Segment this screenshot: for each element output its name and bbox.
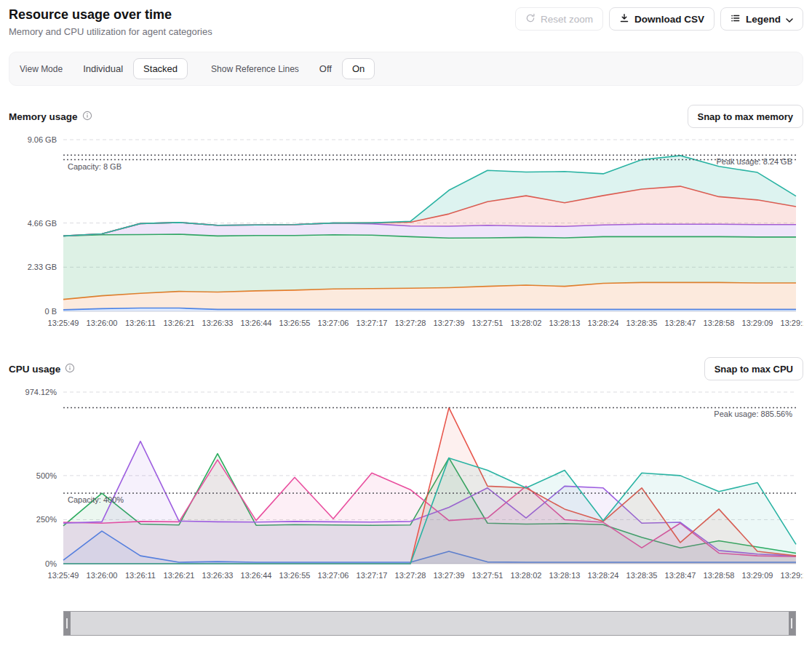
svg-text:13:26:21: 13:26:21 [164,571,195,580]
page-title: Resource usage over time [9,7,212,23]
download-csv-button[interactable]: Download CSV [609,7,715,31]
svg-text:13:28:47: 13:28:47 [665,571,696,580]
svg-text:13:26:33: 13:26:33 [202,571,234,580]
legend-button[interactable]: Legend [720,7,803,31]
svg-text:13:27:17: 13:27:17 [357,319,388,327]
svg-text:0%: 0% [45,559,57,568]
svg-text:13:27:39: 13:27:39 [434,319,465,327]
svg-text:13:29:09: 13:29:09 [742,319,773,327]
svg-text:13:27:39: 13:27:39 [434,571,465,580]
svg-text:9.06 GB: 9.06 GB [28,135,57,144]
page-subtitle: Memory and CPU utilization for agent cat… [9,26,212,37]
svg-text:13:27:06: 13:27:06 [318,319,349,327]
reference-lines-label: Show Reference Lines [211,64,299,74]
reference-lines-on[interactable]: On [342,58,375,79]
cpu-chart[interactable]: 974.12%500%250%0%Capacity: 400%Peak usag… [9,383,803,591]
svg-text:13:25:49: 13:25:49 [48,571,79,580]
memory-chart[interactable]: 9.06 GB4.66 GB2.33 GB0 BCapacity: 8 GBPe… [9,131,803,338]
legend-label: Legend [746,14,781,25]
svg-text:250%: 250% [36,515,57,524]
dashboard: Resource usage over time Memory and CPU … [0,0,812,643]
svg-text:974.12%: 974.12% [25,388,57,396]
svg-text:13:28:13: 13:28:13 [549,571,581,580]
svg-text:13:28:13: 13:28:13 [549,319,581,327]
svg-text:13:29:09: 13:29:09 [742,571,773,580]
info-icon[interactable] [65,363,75,375]
svg-text:13:26:00: 13:26:00 [87,571,118,580]
svg-text:13:27:28: 13:27:28 [395,571,426,580]
svg-text:13:27:06: 13:27:06 [318,571,349,580]
download-csv-label: Download CSV [634,14,704,25]
reset-zoom-label: Reset zoom [541,14,593,25]
controls-bar: View Mode Individual Stacked Show Refere… [9,52,803,86]
svg-text:13:26:11: 13:26:11 [125,319,156,327]
svg-text:13:27:51: 13:27:51 [472,571,503,580]
svg-text:13:26:44: 13:26:44 [241,571,272,580]
svg-text:13:26:11: 13:26:11 [125,571,156,580]
svg-text:13:27:17: 13:27:17 [357,571,388,580]
svg-text:13:26:33: 13:26:33 [202,319,234,327]
info-icon[interactable] [82,111,92,123]
svg-text:13:25:49: 13:25:49 [48,319,79,327]
svg-text:4.66 GB: 4.66 GB [28,219,57,228]
zoom-brush[interactable] [63,611,796,636]
svg-text:Peak usage: 885.56%: Peak usage: 885.56% [714,410,792,418]
reset-zoom-button[interactable]: Reset zoom [515,7,603,31]
svg-text:13:27:51: 13:27:51 [472,319,503,327]
view-mode-stacked[interactable]: Stacked [133,58,188,79]
svg-text:Peak usage: 8.24 GB: Peak usage: 8.24 GB [716,157,792,166]
svg-text:13:28:35: 13:28:35 [626,319,658,327]
top-bar: Resource usage over time Memory and CPU … [9,7,803,37]
svg-text:13:28:47: 13:28:47 [665,319,696,327]
svg-text:13:26:55: 13:26:55 [279,319,311,327]
svg-text:13:28:58: 13:28:58 [704,571,735,580]
svg-text:13:26:44: 13:26:44 [241,319,272,327]
svg-text:13:28:35: 13:28:35 [626,571,658,580]
header-actions: Reset zoom Download CSV Legend [515,7,803,31]
svg-text:13:28:24: 13:28:24 [588,319,619,327]
cpu-section-title-group: CPU usage [9,363,75,375]
svg-text:13:28:02: 13:28:02 [511,319,542,327]
download-icon [619,13,629,25]
legend-list-icon [731,13,741,25]
svg-text:Capacity: 400%: Capacity: 400% [68,495,124,504]
svg-text:13:26:00: 13:26:00 [87,319,118,327]
svg-text:13:28:02: 13:28:02 [511,571,542,580]
svg-text:13:26:55: 13:26:55 [279,571,311,580]
brush-handle-right[interactable] [789,612,795,635]
title-block: Resource usage over time Memory and CPU … [9,7,212,37]
svg-text:Capacity: 8 GB: Capacity: 8 GB [68,162,122,171]
refresh-icon [525,13,536,25]
svg-text:13:27:28: 13:27:28 [395,319,426,327]
svg-text:13:29:24: 13:29:24 [781,571,803,580]
cpu-section-header: CPU usage Snap to max CPU [9,357,803,380]
memory-section-title: Memory usage [9,111,78,122]
svg-text:13:29:24: 13:29:24 [781,319,803,327]
view-mode-individual[interactable]: Individual [73,58,133,79]
svg-text:13:28:24: 13:28:24 [588,571,619,580]
svg-text:13:26:21: 13:26:21 [164,319,195,327]
brush-track[interactable] [71,612,789,635]
cpu-section-title: CPU usage [9,364,60,375]
memory-section-header: Memory usage Snap to max memory [9,105,803,128]
memory-section-title-group: Memory usage [9,111,92,123]
snap-max-cpu-button[interactable]: Snap to max CPU [704,357,803,380]
chevron-down-icon [786,14,793,25]
reference-lines-off[interactable]: Off [309,58,342,79]
svg-text:500%: 500% [36,471,57,480]
svg-text:2.33 GB: 2.33 GB [28,263,57,271]
view-mode-label: View Mode [20,64,63,74]
snap-max-memory-button[interactable]: Snap to max memory [688,105,804,128]
svg-text:13:28:58: 13:28:58 [704,319,735,327]
svg-text:0 B: 0 B [44,307,57,316]
brush-handle-left[interactable] [64,612,71,635]
